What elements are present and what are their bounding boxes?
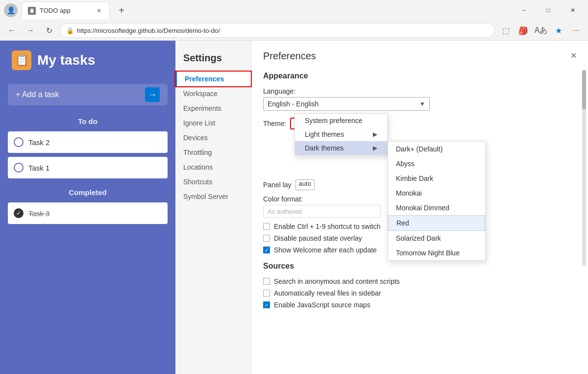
preferences-content: ✕ Preferences Appearance Language: Engli… [251, 41, 588, 374]
task-label-2: Task 2 [28, 138, 49, 147]
dropdown-item-light-themes[interactable]: Light themes ▶ [295, 127, 387, 141]
settings-nav-item-throttling[interactable]: Throttling [175, 145, 251, 160]
app-content: 📋 My tasks + Add a task → To do Task 2 T… [0, 41, 588, 374]
language-dropdown-arrow: ▼ [419, 100, 425, 107]
close-preferences-button[interactable]: ✕ [566, 49, 580, 62]
avatar: 👤 [4, 3, 18, 17]
appearance-label: Appearance [263, 72, 576, 80]
submenu-item-red[interactable]: Red [388, 215, 485, 231]
disable-paused-checkbox[interactable] [263, 235, 270, 242]
light-themes-arrow: ▶ [373, 131, 377, 138]
sources-label: Sources [263, 262, 576, 271]
submenu-item-solarized-dark[interactable]: Solarized Dark [388, 231, 485, 246]
scrollbar[interactable] [582, 70, 586, 266]
settings-nav: Settings Preferences Workspace Experimen… [175, 41, 251, 374]
browser-chrome: 👤 📋 TODO app ✕ + − □ ✕ ← → ↻ 🔒 https://m… [0, 0, 588, 41]
browser-tab[interactable]: 📋 TODO app ✕ [22, 1, 110, 19]
show-welcome-checkbox[interactable]: ✓ [263, 247, 270, 253]
submenu-item-monokai-dimmed[interactable]: Monokai Dimmed [388, 200, 485, 215]
settings-nav-item-preferences[interactable]: Preferences [175, 72, 251, 86]
enable-js-label: Enable JavaScript source maps [274, 301, 370, 309]
auto-reveal-checkbox[interactable] [263, 290, 270, 297]
browser-action-1[interactable]: ⬚ [498, 23, 514, 38]
language-value: English - English [268, 100, 318, 108]
panel-layout-label: Panel lay [263, 181, 292, 189]
task-checkbox-3[interactable]: ✓ [14, 208, 24, 218]
forward-button[interactable]: → [23, 23, 38, 38]
tab-close-button[interactable]: ✕ [95, 6, 103, 15]
close-button[interactable]: ✕ [562, 2, 584, 18]
submenu-item-monokai[interactable]: Monokai [388, 186, 485, 200]
language-group: Language: English - English ▼ [263, 87, 576, 111]
settings-nav-item-devices[interactable]: Devices [175, 130, 251, 145]
search-anon-checkbox[interactable] [263, 278, 270, 285]
add-task-arrow-icon: → [145, 87, 160, 102]
refresh-button[interactable]: ↻ [41, 23, 57, 38]
settings-nav-item-shortcuts[interactable]: Shortcuts [175, 175, 251, 189]
settings-area: Settings Preferences Workspace Experimen… [175, 41, 588, 374]
enable-ctrl-checkbox[interactable] [263, 223, 270, 230]
favorites-button[interactable]: ★ [551, 23, 566, 38]
title-bar-controls: − □ ✕ [513, 2, 584, 18]
enable-js-checkbox[interactable]: ✓ [263, 301, 270, 308]
app-icon: 📋 [12, 50, 31, 70]
settings-title: Settings [175, 47, 251, 72]
tab-favicon: 📋 [28, 7, 36, 15]
auto-reveal-row: Automatically reveal files in sidebar [263, 289, 576, 297]
list-item[interactable]: Task 2 [8, 131, 168, 153]
list-item[interactable]: ✓ Task 3 [8, 202, 168, 224]
sources-section: Sources Search in anonymous and content … [263, 262, 576, 309]
panel-layout-select[interactable]: auto [295, 179, 315, 190]
browser-action-3[interactable]: Aあ [533, 23, 549, 38]
add-task-button[interactable]: + Add a task → [8, 84, 168, 105]
more-button[interactable]: ··· [568, 23, 584, 38]
enable-js-row: ✓ Enable JavaScript source maps [263, 301, 576, 309]
settings-nav-item-symbol-server[interactable]: Symbol Server [175, 189, 251, 204]
disable-paused-label: Disable paused state overlay [274, 234, 362, 242]
submenu-item-kimbie-dark[interactable]: Kimbie Dark [388, 171, 485, 186]
browser-action-2[interactable]: 🎒 [515, 23, 531, 38]
scrollbar-thumb[interactable] [582, 70, 586, 109]
show-welcome-label: Show Welcome after each update [274, 246, 377, 254]
dropdown-item-dark-themes[interactable]: Dark themes ▶ [295, 141, 387, 155]
settings-nav-item-workspace[interactable]: Workspace [175, 86, 251, 101]
address-input[interactable]: 🔒 https://microsoftedge.github.io/Demos/… [60, 23, 495, 38]
color-format-placeholder: As authored [268, 208, 302, 215]
submenu-item-abyss[interactable]: Abyss [388, 156, 485, 171]
settings-nav-item-ignore-list[interactable]: Ignore List [175, 116, 251, 130]
search-anon-row: Search in anonymous and content scripts [263, 277, 576, 285]
dark-themes-arrow: ▶ [373, 145, 377, 151]
lock-icon: 🔒 [66, 27, 74, 34]
add-task-label: + Add a task [16, 90, 59, 99]
completed-section-header: Completed [0, 188, 175, 197]
todo-section-header: To do [0, 117, 175, 125]
tab-title: TODO app [40, 7, 91, 14]
list-item[interactable]: Task 1 [8, 157, 168, 178]
new-tab-button[interactable]: + [114, 2, 129, 18]
back-button[interactable]: ← [4, 23, 20, 38]
theme-dropdown-menu: System preference Light themes ▶ Dark th… [294, 113, 388, 155]
auto-reveal-label: Automatically reveal files in sidebar [274, 289, 381, 297]
toolbar-right: ⬚ 🎒 Aあ ★ ··· [498, 23, 584, 38]
language-select[interactable]: English - English ▼ [263, 97, 430, 111]
settings-nav-item-experiments[interactable]: Experiments [175, 101, 251, 116]
theme-label: Theme: [263, 120, 286, 127]
address-text: https://microsoftedge.github.io/Demos/de… [77, 27, 220, 34]
maximize-button[interactable]: □ [537, 2, 560, 18]
dropdown-item-system-pref[interactable]: System preference [295, 114, 387, 127]
title-bar-left: 👤 📋 TODO app ✕ + [4, 1, 129, 19]
enable-ctrl-label: Enable Ctrl + 1-9 shortcut to switch [274, 223, 381, 230]
title-bar: 👤 📋 TODO app ✕ + − □ ✕ [0, 0, 588, 21]
preferences-title: Preferences [263, 50, 576, 62]
address-bar: ← → ↻ 🔒 https://microsoftedge.github.io/… [0, 21, 588, 40]
theme-dropdown: System preference Light themes ▶ Dark th… [294, 113, 388, 155]
task-label-1: Task 1 [28, 164, 49, 172]
submenu-item-tomorrow-night-blue[interactable]: Tomorrow Night Blue [388, 246, 485, 260]
task-label-3: Task 3 [28, 209, 49, 218]
settings-nav-item-locations[interactable]: Locations [175, 160, 251, 175]
task-checkbox-2[interactable] [14, 137, 24, 147]
submenu-item-dark-plus[interactable]: Dark+ (Default) [388, 142, 485, 156]
color-format-input[interactable]: As authored [263, 205, 381, 218]
task-checkbox-1[interactable] [14, 163, 24, 173]
minimize-button[interactable]: − [513, 2, 535, 18]
